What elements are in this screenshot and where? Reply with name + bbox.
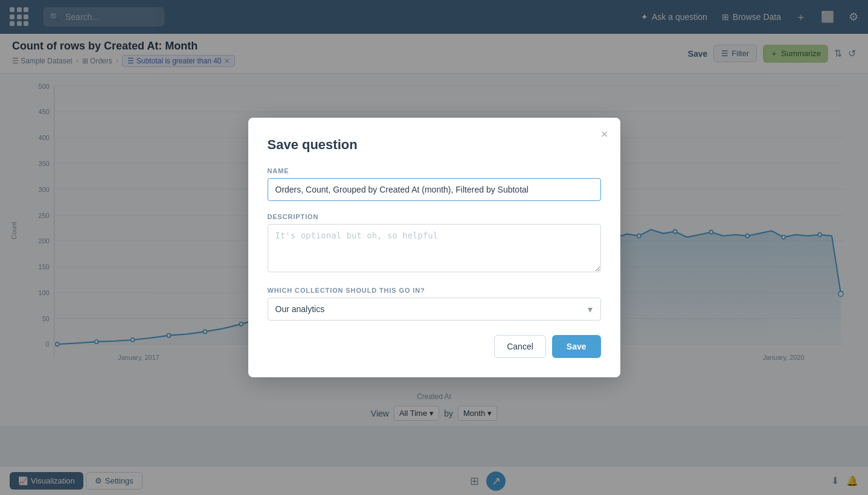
description-input[interactable] [268,224,601,272]
description-label: DESCRIPTION [268,213,601,220]
name-label: NAME [268,167,601,174]
collection-select-wrapper: Our analytics ▾ [268,298,601,321]
cancel-button[interactable]: Cancel [494,335,546,358]
modal-close-button[interactable]: × [601,127,608,141]
modal-actions: Cancel Save [268,335,601,358]
name-input[interactable] [268,178,601,201]
modal-title: Save question [268,137,601,153]
save-question-modal: × Save question NAME DESCRIPTION WHICH C… [248,118,620,377]
modal-save-button[interactable]: Save [552,335,601,358]
collection-label: WHICH COLLECTION SHOULD THIS GO IN? [268,287,601,294]
collection-select[interactable]: Our analytics [268,298,601,321]
modal-overlay[interactable]: × Save question NAME DESCRIPTION WHICH C… [0,0,868,495]
